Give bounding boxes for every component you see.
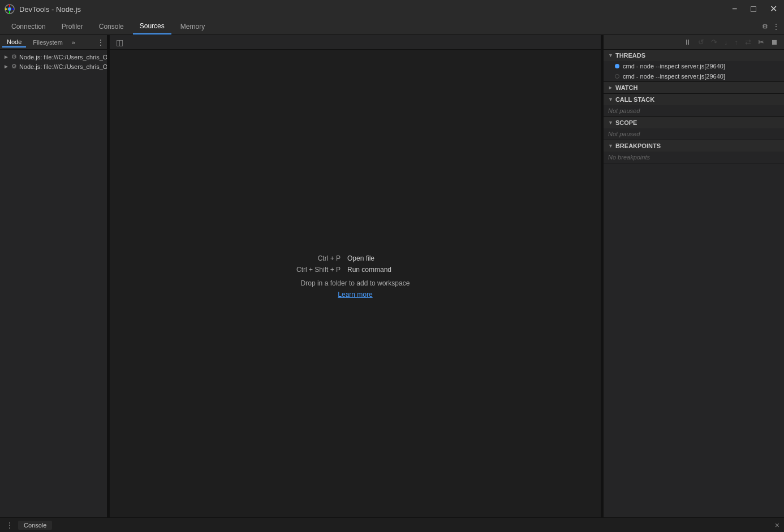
hint-drop-text: Drop in a folder to add to workspace <box>301 279 410 287</box>
deactivate-breakpoints-button[interactable]: ✂ <box>756 37 766 47</box>
bottom-menu-icon[interactable]: ⋮ <box>5 520 15 531</box>
nav-tabs: Connection Profiler Console Sources Memo… <box>0 18 784 35</box>
step-out-button[interactable]: ↑ <box>733 37 741 47</box>
scope-label: Scope <box>615 119 637 126</box>
resume-button[interactable]: ↺ <box>696 37 707 47</box>
thread-item-2[interactable]: cmd - node --inspect server.js[29640] <box>604 71 784 81</box>
panel-menu-icon[interactable]: ⋮ <box>97 38 105 47</box>
title-bar-left: DevTools - Node.js <box>5 4 81 14</box>
editor-toolbar: ◫ <box>110 35 601 50</box>
hint-key-2: Ctrl + Shift + P <box>250 266 341 274</box>
console-tab[interactable]: Console <box>18 521 52 530</box>
callstack-header[interactable]: ▼ Call Stack <box>604 94 784 105</box>
devtools-icon <box>5 4 15 14</box>
pause-button[interactable]: ⏸ <box>682 37 693 47</box>
breakpoints-section: ▼ Breakpoints No breakpoints <box>604 140 784 163</box>
callstack-section: ▼ Call Stack Not paused <box>604 94 784 117</box>
watch-header[interactable]: ► Watch <box>604 82 784 93</box>
window-title: DevTools - Node.js <box>19 5 81 14</box>
callstack-label: Call Stack <box>615 96 654 103</box>
threads-chevron: ▼ <box>608 53 613 58</box>
more-tabs-icon[interactable]: » <box>70 38 77 47</box>
scope-section: ▼ Scope Not paused <box>604 117 784 140</box>
file-gear-icon-1: ⚙ <box>11 53 17 60</box>
breakpoints-label: Breakpoints <box>615 142 661 149</box>
scope-status: Not paused <box>604 128 784 140</box>
bottom-bar: ⋮ Console × <box>0 517 784 532</box>
threads-section: ▼ Threads cmd - node --inspect server.js… <box>604 50 784 82</box>
center-panel: ◫ Ctrl + P Open file Ctrl + Shift + P Ru… <box>110 35 601 517</box>
breakpoints-header[interactable]: ▼ Breakpoints <box>604 140 784 152</box>
stop-on-exception-button[interactable]: ⏹ <box>769 37 781 47</box>
step-over-button[interactable]: ↷ <box>709 37 720 47</box>
main-content: Node Filesystem » ⋮ ► ⚙ Node.js: file://… <box>0 35 784 517</box>
file-item-1[interactable]: ► ⚙ Node.js: file:///C:/Users_chris_On..… <box>0 52 107 62</box>
title-bar-controls: − □ ✕ <box>730 3 779 15</box>
bottom-close-button[interactable]: × <box>775 521 779 530</box>
learn-more-link[interactable]: Learn more <box>338 291 372 299</box>
toggle-sidebar-button[interactable]: ◫ <box>113 37 126 48</box>
right-toolbar: ⏸ ↺ ↷ ↓ ↑ ⇄ ✂ ⏹ <box>604 35 784 50</box>
svg-point-1 <box>8 7 11 11</box>
tab-sources[interactable]: Sources <box>133 18 171 34</box>
tab-connection[interactable]: Connection <box>5 18 53 34</box>
hint-row-1: Ctrl + P Open file <box>242 254 468 262</box>
file-gear-icon-2: ⚙ <box>11 63 17 70</box>
tab-console[interactable]: Console <box>92 18 131 34</box>
watch-chevron: ► <box>608 85 613 90</box>
file-tree: ► ⚙ Node.js: file:///C:/Users_chris_On..… <box>0 50 107 517</box>
editor-hints: Ctrl + P Open file Ctrl + Shift + P Run … <box>242 254 468 299</box>
hint-desc-1: Open file <box>347 254 460 262</box>
step-into-button[interactable]: ↓ <box>722 37 730 47</box>
minimize-button[interactable]: − <box>730 3 739 15</box>
close-button[interactable]: ✕ <box>768 3 779 15</box>
breakpoints-status: No breakpoints <box>604 152 784 163</box>
hint-row-2: Ctrl + Shift + P Run command <box>242 266 468 274</box>
panel-tabs: Node Filesystem » ⋮ <box>0 35 107 50</box>
step-button[interactable]: ⇄ <box>743 37 753 47</box>
tab-profiler[interactable]: Profiler <box>55 18 90 34</box>
chevron-icon-2: ► <box>3 63 9 70</box>
thread-label-1: cmd - node --inspect server.js[29640] <box>623 63 725 70</box>
tab-memory[interactable]: Memory <box>174 18 212 34</box>
thread-item-1[interactable]: cmd - node --inspect server.js[29640] <box>604 61 784 71</box>
left-panel: Node Filesystem » ⋮ ► ⚙ Node.js: file://… <box>0 35 107 517</box>
hint-row-3: Drop in a folder to add to workspace <box>242 277 468 287</box>
scope-chevron: ▼ <box>608 120 613 126</box>
callstack-chevron: ▼ <box>608 97 613 102</box>
hint-desc-2: Run command <box>347 266 460 274</box>
thread-dot-active <box>615 64 619 68</box>
file-label-2: Node.js: file:///C:/Users_chris_On... <box>19 63 107 70</box>
callstack-status: Not paused <box>604 105 784 116</box>
tab-filesystem[interactable]: Filesystem <box>28 38 67 47</box>
scope-header[interactable]: ▼ Scope <box>604 117 784 128</box>
thread-dot-inactive <box>615 74 619 79</box>
threads-label: Threads <box>615 52 645 59</box>
settings-icon[interactable]: ⚙ <box>762 23 768 31</box>
chevron-icon-1: ► <box>3 54 9 60</box>
restore-button[interactable]: □ <box>748 3 759 15</box>
breakpoints-chevron: ▼ <box>608 143 613 149</box>
title-bar: DevTools - Node.js − □ ✕ <box>0 0 784 18</box>
right-panel: ⏸ ↺ ↷ ↓ ↑ ⇄ ✂ ⏹ ▼ Threads cmd - node --i… <box>603 35 784 517</box>
tab-node[interactable]: Node <box>2 37 26 47</box>
threads-header[interactable]: ▼ Threads <box>604 50 784 61</box>
watch-label: Watch <box>615 84 638 91</box>
file-item-2[interactable]: ► ⚙ Node.js: file:///C:/Users_chris_On..… <box>0 62 107 71</box>
nav-settings: ⚙ ⋮ <box>762 23 779 31</box>
watch-section: ► Watch <box>604 82 784 94</box>
more-icon[interactable]: ⋮ <box>773 23 779 31</box>
hint-key-1: Ctrl + P <box>250 254 341 262</box>
thread-label-2: cmd - node --inspect server.js[29640] <box>623 73 725 80</box>
file-label-1: Node.js: file:///C:/Users_chris_On... <box>19 54 107 60</box>
